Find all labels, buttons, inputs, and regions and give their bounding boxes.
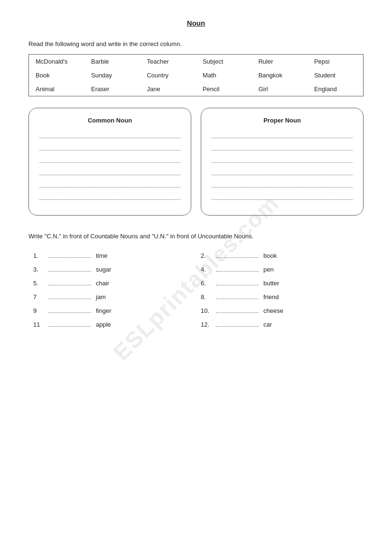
item-number: 3. <box>33 266 44 273</box>
word-cell: Eraser <box>84 82 140 96</box>
section2-instruction: Write "C.N." in front of Countable Nouns… <box>28 233 364 240</box>
writing-line <box>212 168 353 175</box>
list-item: 3.sugar <box>28 262 196 276</box>
countable-grid: 1.time2.book3.sugar4.pen5.chair6.butter7… <box>28 248 364 331</box>
answer-line <box>216 292 259 299</box>
word-cell: Subject <box>196 55 252 69</box>
list-item: 11apple <box>28 317 196 331</box>
item-word: friend <box>263 293 279 301</box>
common-noun-title: Common Noun <box>39 117 180 124</box>
writing-line <box>39 143 180 151</box>
answer-line <box>48 292 91 299</box>
word-cell: Teacher <box>140 55 196 69</box>
noun-boxes: Common Noun Proper Noun <box>28 108 364 216</box>
item-number: 9 <box>33 307 44 314</box>
answer-line <box>48 265 91 272</box>
answer-line <box>48 306 91 313</box>
list-item: 7jam <box>28 290 196 303</box>
proper-noun-box: Proper Noun <box>201 108 364 216</box>
item-number: 4. <box>201 266 211 273</box>
common-noun-box: Common Noun <box>28 108 191 216</box>
word-cell: McDonald's <box>29 55 84 69</box>
word-cell: Girl <box>252 82 307 96</box>
item-word: time <box>96 252 108 259</box>
item-number: 5. <box>33 280 44 287</box>
list-item: 6.butter <box>196 276 364 290</box>
writing-line <box>39 155 180 163</box>
item-word: finger <box>96 307 112 314</box>
word-cell: Student <box>308 68 364 82</box>
item-word: butter <box>263 280 279 287</box>
answer-line <box>48 251 91 258</box>
item-word: pen <box>263 266 274 273</box>
item-number: 8. <box>201 293 211 301</box>
writing-line <box>212 131 353 138</box>
item-number: 6. <box>201 280 211 287</box>
item-word: book <box>263 252 277 259</box>
word-cell: Pepsi <box>308 55 364 69</box>
page-title: Noun <box>28 19 364 27</box>
list-item: 10.cheese <box>196 303 364 317</box>
word-cell: England <box>308 82 364 96</box>
word-cell: Barbie <box>84 55 140 69</box>
answer-line <box>216 279 259 285</box>
answer-line <box>216 306 259 313</box>
list-item: 12.car <box>196 317 364 331</box>
writing-line <box>39 131 180 138</box>
item-word: car <box>263 321 272 328</box>
word-cell: Country <box>140 68 196 82</box>
item-word: cheese <box>263 307 283 314</box>
writing-line <box>212 180 353 188</box>
item-number: 12. <box>201 321 211 328</box>
word-cell: Pencil <box>196 82 252 96</box>
item-word: sugar <box>96 266 112 273</box>
writing-line <box>39 192 180 200</box>
item-number: 2. <box>201 252 211 259</box>
answer-line <box>48 320 91 327</box>
answer-line <box>216 265 259 272</box>
answer-line <box>216 251 259 258</box>
word-cell: Math <box>196 68 252 82</box>
item-number: 1. <box>33 252 44 259</box>
word-cell: Bangkok <box>252 68 307 82</box>
list-item: 2.book <box>196 248 364 262</box>
list-item: 9finger <box>28 303 196 317</box>
word-cell: Animal <box>29 82 84 96</box>
item-number: 10. <box>201 307 211 314</box>
word-cell: Book <box>29 68 84 82</box>
list-item: 1.time <box>28 248 196 262</box>
word-cell: Ruler <box>252 55 307 69</box>
writing-line <box>212 192 353 200</box>
item-word: chair <box>96 280 109 287</box>
writing-line <box>39 168 180 175</box>
answer-line <box>48 279 91 285</box>
word-cell: Jane <box>140 82 196 96</box>
proper-noun-title: Proper Noun <box>212 117 353 124</box>
item-number: 7 <box>33 293 44 301</box>
section1-instruction: Read the following word and write in the… <box>28 40 364 47</box>
writing-line <box>212 143 353 151</box>
word-cell: Sunday <box>84 68 140 82</box>
item-number: 11 <box>33 321 44 328</box>
list-item: 4.pen <box>196 262 364 276</box>
list-item: 8.friend <box>196 290 364 303</box>
word-table: McDonald'sBarbieTeacherSubjectRulerPepsi… <box>28 54 364 96</box>
answer-line <box>216 320 259 327</box>
writing-line <box>212 155 353 163</box>
writing-line <box>39 180 180 188</box>
list-item: 5.chair <box>28 276 196 290</box>
item-word: apple <box>96 321 111 328</box>
item-word: jam <box>96 293 106 301</box>
